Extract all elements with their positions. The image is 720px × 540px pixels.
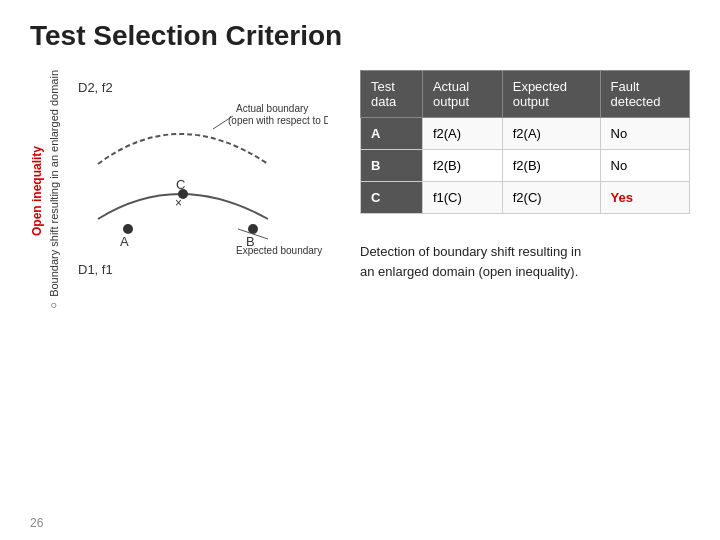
actual-boundary-path <box>98 134 268 164</box>
point-a-dot <box>123 224 133 234</box>
bottom-text: Detection of boundary shift resulting in… <box>360 242 690 281</box>
content-area: Open inequality ○ Boundary shift resulti… <box>30 70 690 312</box>
cell-test: A <box>361 118 423 150</box>
diagram-svg: D2, f2 D1, f1 A B C Act <box>68 74 328 304</box>
boundary-shift-label: ○ Boundary shift resulting in an enlarge… <box>48 70 61 312</box>
point-a-label: A <box>120 234 129 249</box>
col-expected-output: Expected output <box>502 71 600 118</box>
left-side: Open inequality ○ Boundary shift resulti… <box>30 70 350 312</box>
right-side: Test data Actual output Expected output … <box>360 70 690 281</box>
cell-expected: f2(A) <box>502 118 600 150</box>
diagram: D2, f2 D1, f1 A B C Act <box>68 74 350 308</box>
open-inequality-label: Open inequality <box>30 146 44 236</box>
col-fault-detected: Fault detected <box>600 71 689 118</box>
cell-expected: f2(B) <box>502 150 600 182</box>
cell-fault: No <box>600 150 689 182</box>
cell-fault: Yes <box>600 182 689 214</box>
col-test-data: Test data <box>361 71 423 118</box>
cell-actual: f2(A) <box>422 118 502 150</box>
cell-actual: f2(B) <box>422 150 502 182</box>
d2-label: D2, f2 <box>78 80 113 95</box>
table-row: Cf1(C)f2(C)Yes <box>361 182 690 214</box>
slide-number: 26 <box>30 516 43 530</box>
cell-actual: f1(C) <box>422 182 502 214</box>
table-body: Af2(A)f2(A)NoBf2(B)f2(B)NoCf1(C)f2(C)Yes <box>361 118 690 214</box>
col-actual-output: Actual output <box>422 71 502 118</box>
table-row: Af2(A)f2(A)No <box>361 118 690 150</box>
page-title: Test Selection Criterion <box>30 20 690 52</box>
actual-boundary-text2: (open with respect to D1) <box>228 115 328 126</box>
x-mark: × <box>175 196 182 210</box>
rotated-text-group: Open inequality ○ Boundary shift resulti… <box>30 70 62 312</box>
slide: Test Selection Criterion Open inequality… <box>0 0 720 540</box>
cell-expected: f2(C) <box>502 182 600 214</box>
actual-boundary-text1: Actual boundary <box>236 103 308 114</box>
cell-test: C <box>361 182 423 214</box>
point-c-label: C <box>176 177 185 192</box>
table-header-row: Test data Actual output Expected output … <box>361 71 690 118</box>
cell-test: B <box>361 150 423 182</box>
results-table: Test data Actual output Expected output … <box>360 70 690 214</box>
cell-fault: No <box>600 118 689 150</box>
table-row: Bf2(B)f2(B)No <box>361 150 690 182</box>
d1-label: D1, f1 <box>78 262 113 277</box>
expected-boundary-text: Expected boundary <box>236 245 322 256</box>
